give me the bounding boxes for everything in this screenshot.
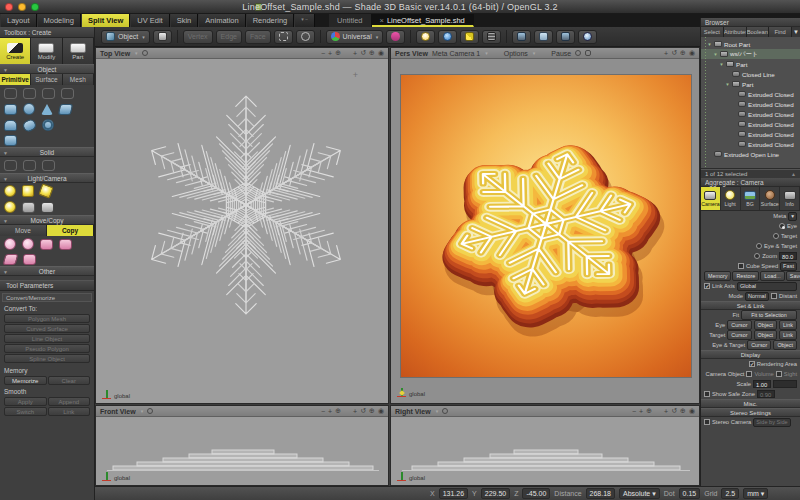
zoom-out-button[interactable]: − xyxy=(321,50,325,57)
eye-cursor-button[interactable]: Cursor xyxy=(727,320,751,330)
right-viewport[interactable]: Right View ▾ − + ⊕ + ↺ ⊕ ◉ global xyxy=(390,405,700,486)
display-wireframe-button[interactable] xyxy=(512,30,531,44)
pers-view-label[interactable]: Pers View xyxy=(395,50,428,57)
tree-row[interactable]: ▼Part xyxy=(701,79,800,89)
zoom-in-button[interactable]: + xyxy=(328,50,332,57)
camera-eye-icon[interactable]: ◉ xyxy=(689,407,695,415)
pan-icon[interactable]: + xyxy=(353,50,357,57)
chevron-down-icon[interactable]: ▾ xyxy=(485,50,488,56)
tab-surface[interactable]: Surface xyxy=(31,74,62,85)
workspace-tab-uv-edit[interactable]: UV Edit xyxy=(130,14,169,27)
eye-target-radio[interactable] xyxy=(756,243,762,249)
rotate-tool-button[interactable] xyxy=(296,30,315,44)
copy-shear-icon[interactable] xyxy=(3,254,19,265)
clear-button[interactable]: Clear xyxy=(48,376,91,385)
camera-eye-icon[interactable]: ◉ xyxy=(378,49,384,57)
pan-icon[interactable]: + xyxy=(353,408,357,415)
top-view-label[interactable]: Top View xyxy=(100,50,130,57)
workspace-tab-animation[interactable]: Animation xyxy=(198,14,245,27)
aggregate-tab-light[interactable]: Light xyxy=(721,187,741,210)
magnifier-icon[interactable]: ⊕ xyxy=(646,407,652,415)
selection-tool-button[interactable] xyxy=(274,30,293,44)
camera-eye-icon[interactable]: ◉ xyxy=(378,407,384,415)
box-primitive-icon[interactable] xyxy=(4,104,17,115)
rendering-area-checkbox[interactable] xyxy=(749,361,755,367)
universal-manipulator-button[interactable]: Universal▾ xyxy=(326,30,384,44)
link-axis-checkbox[interactable] xyxy=(704,283,710,289)
camera-object-icon[interactable] xyxy=(41,202,54,213)
top-viewport[interactable]: Top View ▾ − + ⊕ + ↺ ⊕ ◉ xyxy=(95,47,389,404)
orbit-icon[interactable]: ↺ xyxy=(671,49,677,57)
convert-curved-surface-button[interactable]: Curved Surface xyxy=(4,324,90,333)
convert-line-object-button[interactable]: Line Object xyxy=(4,334,90,343)
tree-row[interactable]: Extruded Open Line xyxy=(701,149,800,159)
camera-tool-button[interactable] xyxy=(153,30,172,44)
scale-input-2[interactable] xyxy=(773,380,797,388)
distant-light-icon[interactable] xyxy=(38,183,53,198)
chevron-down-icon[interactable]: ▾ xyxy=(533,50,536,56)
sight-checkbox[interactable] xyxy=(776,371,782,377)
browser-view-button[interactable] xyxy=(438,30,457,44)
pers-viewport[interactable]: Pers View Meta Camera 1 ▾ Options ▾ Paus… xyxy=(390,47,700,404)
aggregate-tab-surface[interactable]: Surface xyxy=(760,187,780,210)
eye-object-button[interactable]: Object xyxy=(754,320,778,330)
copy-scale-icon[interactable] xyxy=(40,239,53,250)
zoom-value-input[interactable]: 80.0 xyxy=(779,252,797,260)
tree-row[interactable]: ▼ws/パート xyxy=(701,49,800,59)
other-section-header[interactable]: ▼Other xyxy=(0,266,94,276)
meta-dropdown[interactable]: ▾ xyxy=(788,212,797,221)
tree-row[interactable]: ▼Part xyxy=(701,59,800,69)
cone-primitive-icon[interactable] xyxy=(41,104,53,115)
sphere-primitive-icon[interactable] xyxy=(23,103,35,115)
eye-target-object-button[interactable]: Object xyxy=(773,340,797,350)
grid-snap-button[interactable] xyxy=(460,30,479,44)
workspace-tab-skin[interactable]: Skin xyxy=(170,14,199,27)
zoom-radio[interactable] xyxy=(754,253,760,259)
tree-row[interactable]: Extruded Closed xyxy=(701,99,800,109)
capsule-primitive-icon[interactable] xyxy=(21,117,37,132)
display-textured-button[interactable] xyxy=(556,30,575,44)
render-preview-button[interactable] xyxy=(578,30,597,44)
orbit-icon[interactable]: ↺ xyxy=(671,407,677,415)
browser-tab-find[interactable]: Find xyxy=(769,27,792,37)
document-tab-untitled[interactable]: Untitled xyxy=(329,14,371,27)
toolbox-tab-modify[interactable]: Modify xyxy=(31,38,62,64)
scale-input[interactable]: 1.00 xyxy=(753,380,771,388)
orbit-icon[interactable]: ↺ xyxy=(360,407,366,415)
pan-icon[interactable]: + xyxy=(664,408,668,415)
wedge-primitive-icon[interactable] xyxy=(58,104,73,115)
comment-icon[interactable] xyxy=(585,50,591,56)
vertex-mode-button[interactable]: Vertex xyxy=(183,30,213,44)
zoom-out-button[interactable]: − xyxy=(321,408,325,415)
options-menu[interactable]: Options xyxy=(504,50,528,57)
tree-row[interactable]: Extruded Closed xyxy=(701,89,800,99)
memory-button[interactable]: Memory xyxy=(704,271,731,281)
fit-to-selection-button[interactable]: Fit to Selection xyxy=(741,310,797,320)
front-view-label[interactable]: Front View xyxy=(100,408,136,415)
spot-light-icon[interactable] xyxy=(22,185,34,197)
workspace-tab-layout[interactable]: Layout xyxy=(0,14,37,27)
point-light-icon[interactable] xyxy=(4,185,16,197)
area-light-icon[interactable] xyxy=(22,202,35,213)
pose-tool-button[interactable] xyxy=(386,30,405,44)
solid-intersect-icon[interactable] xyxy=(42,160,55,171)
gear-icon[interactable] xyxy=(442,408,448,414)
convert-spline-object-button[interactable]: Spline Object xyxy=(4,354,90,363)
restore-button[interactable]: Restore xyxy=(732,271,759,281)
smooth-link-button[interactable]: Link xyxy=(48,407,91,416)
document-tab-lineoffset[interactable]: ×LineOffset_Sample.shd xyxy=(372,14,474,27)
solid-union-icon[interactable] xyxy=(4,160,17,171)
circle-tool-icon[interactable] xyxy=(61,88,74,99)
pause-button[interactable]: Pause xyxy=(551,50,571,57)
chevron-down-icon[interactable]: ▾ xyxy=(436,408,439,414)
right-view-label[interactable]: Right View xyxy=(395,408,431,415)
copy-translate-icon[interactable] xyxy=(4,238,16,250)
copy-mirror-icon[interactable] xyxy=(59,239,72,250)
save-button[interactable]: Save... xyxy=(786,271,800,281)
eye-radio[interactable] xyxy=(779,223,785,229)
gear-icon[interactable] xyxy=(575,50,581,56)
target-radio[interactable] xyxy=(773,233,779,239)
distant-checkbox[interactable] xyxy=(771,293,777,299)
smooth-apply-button[interactable]: Apply xyxy=(4,397,47,406)
smooth-switch-button[interactable]: Switch xyxy=(4,407,47,416)
